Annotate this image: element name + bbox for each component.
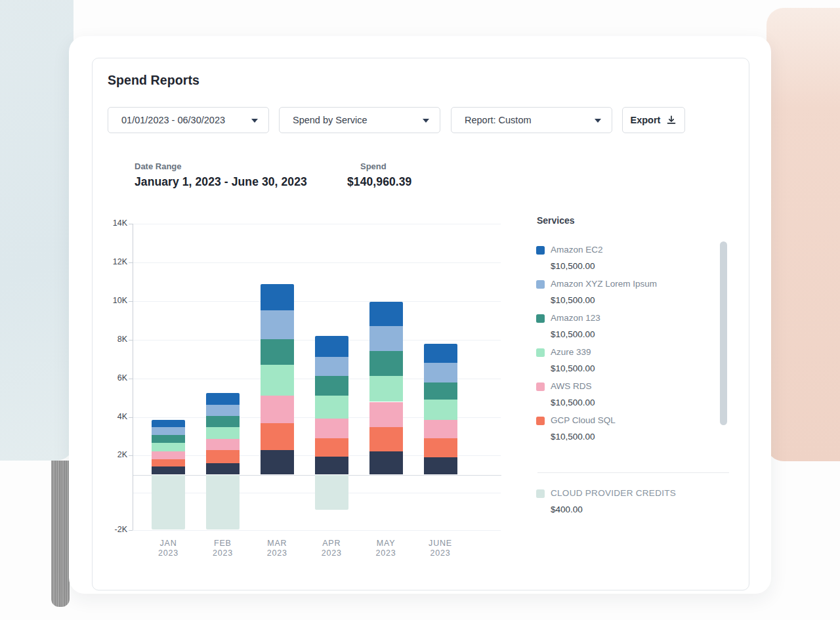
y-axis-label: 10K bbox=[100, 296, 127, 305]
bar-segment bbox=[424, 438, 457, 457]
bar-segment bbox=[152, 427, 185, 435]
gridline bbox=[133, 224, 501, 224]
x-axis-label: MAY2023 bbox=[356, 539, 415, 558]
bar-segment bbox=[261, 423, 294, 450]
date-range-select[interactable]: 01/01/2023 - 06/30/2023 bbox=[108, 107, 269, 133]
y-axis-label: 14K bbox=[100, 218, 127, 228]
bar-segment bbox=[424, 400, 457, 420]
x-axis-label: JAN2023 bbox=[139, 539, 198, 558]
bar-segment bbox=[261, 450, 294, 475]
legend-item-name: Amazon EC2 bbox=[551, 245, 603, 255]
screen: Spend Reports 01/01/2023 - 06/30/2023 Sp… bbox=[0, 0, 840, 620]
bar-segment bbox=[261, 396, 294, 424]
date-range-label: Date Range bbox=[135, 161, 182, 171]
credit-bar-segment bbox=[206, 475, 240, 530]
bar-segment bbox=[261, 310, 294, 339]
y-axis-label: 6K bbox=[100, 373, 127, 382]
y-axis-label: -2K bbox=[100, 525, 127, 534]
bar-segment bbox=[315, 357, 348, 376]
chevron-down-icon bbox=[423, 119, 429, 123]
legend-item-amount: $10,500.00 bbox=[551, 261, 720, 272]
legend-item[interactable]: Amazon 123$10,500.00 bbox=[536, 313, 720, 340]
bar-segment bbox=[152, 443, 185, 451]
legend-swatch bbox=[536, 382, 545, 391]
y-axis-label: 12K bbox=[100, 257, 127, 266]
bar-segment bbox=[424, 344, 457, 362]
credits-legend-item[interactable]: CLOUD PROVIDER CREDITS $400.00 bbox=[536, 488, 726, 515]
bar-segment bbox=[206, 427, 240, 439]
legend-scrollbar[interactable] bbox=[720, 241, 727, 425]
report-select[interactable]: Report: Custom bbox=[451, 107, 612, 133]
bar-segment bbox=[315, 457, 348, 475]
download-icon bbox=[666, 115, 677, 125]
main-card: Spend Reports 01/01/2023 - 06/30/2023 Sp… bbox=[69, 36, 771, 594]
bar-segment bbox=[315, 376, 348, 396]
legend-item-amount: $10,500.00 bbox=[551, 432, 720, 442]
export-button[interactable]: Export bbox=[622, 107, 685, 133]
bar-segment bbox=[369, 451, 403, 474]
bar-segment bbox=[206, 463, 240, 475]
legend-item-amount: $10,500.00 bbox=[551, 398, 720, 408]
legend-item-name: Amazon 123 bbox=[551, 313, 600, 323]
gridline bbox=[133, 262, 501, 263]
bar-segment bbox=[315, 336, 348, 357]
legend-item[interactable]: Amazon XYZ Lorem Ipsum$10,500.00 bbox=[536, 279, 720, 306]
bar-segment bbox=[315, 438, 348, 457]
legend-item[interactable]: AWS RDS$10,500.00 bbox=[536, 381, 720, 408]
x-axis-label: JUNE2023 bbox=[411, 539, 470, 558]
bar-segment bbox=[424, 457, 457, 475]
legend-item-name: Azure 339 bbox=[551, 347, 591, 358]
bar-segment bbox=[261, 284, 294, 310]
legend-item-name: GCP Cloud SQL bbox=[551, 415, 616, 426]
legend-item[interactable]: Amazon EC2$10,500.00 bbox=[536, 245, 720, 272]
export-button-label: Export bbox=[631, 115, 661, 125]
legend-swatch bbox=[536, 348, 545, 357]
services-heading: Services bbox=[537, 215, 575, 226]
bar-segment bbox=[206, 405, 240, 416]
bar-segment bbox=[369, 351, 403, 375]
bar-segment bbox=[261, 339, 294, 365]
background-card-left bbox=[0, 0, 74, 461]
bar-segment bbox=[152, 420, 185, 427]
y-axis-label: 4K bbox=[100, 412, 127, 421]
x-axis-label: MAR2023 bbox=[247, 539, 306, 558]
bar-segment bbox=[424, 420, 457, 438]
legend-item[interactable]: Azure 339$10,500.00 bbox=[536, 347, 720, 374]
bar-segment bbox=[369, 376, 403, 402]
bar-segment bbox=[315, 419, 348, 438]
credit-bar-segment bbox=[315, 475, 348, 510]
spend-label: Spend bbox=[360, 161, 387, 171]
bar-segment bbox=[424, 382, 457, 400]
legend-item-amount: $10,500.00 bbox=[551, 363, 720, 374]
credit-bar-segment bbox=[152, 475, 185, 530]
bar-segment bbox=[424, 363, 457, 382]
y-axis-label: 2K bbox=[100, 450, 127, 459]
legend-item-name: Amazon XYZ Lorem Ipsum bbox=[551, 279, 657, 289]
bar-segment bbox=[206, 439, 240, 450]
legend-item-amount: $10,500.00 bbox=[551, 295, 720, 306]
y-axis-label: 8K bbox=[100, 335, 127, 344]
bar-segment bbox=[152, 451, 185, 459]
legend-divider bbox=[537, 472, 729, 473]
spend-reports-panel: Spend Reports 01/01/2023 - 06/30/2023 Sp… bbox=[92, 58, 749, 590]
bar-segment bbox=[206, 393, 240, 405]
view-select-value: Spend by Service bbox=[293, 115, 368, 125]
legend-swatch bbox=[536, 246, 545, 255]
legend-item[interactable]: GCP Cloud SQL$10,500.00 bbox=[536, 415, 720, 442]
bar-segment bbox=[206, 416, 240, 427]
bar-segment bbox=[315, 396, 348, 419]
credits-amount: $400.00 bbox=[551, 505, 726, 515]
x-axis-label: FEB2023 bbox=[193, 539, 252, 558]
legend-swatch bbox=[536, 314, 545, 323]
chevron-down-icon bbox=[595, 119, 601, 123]
chevron-down-icon bbox=[251, 119, 258, 123]
bar-segment bbox=[369, 326, 403, 352]
view-select[interactable]: Spend by Service bbox=[279, 107, 440, 133]
bar-segment bbox=[369, 402, 403, 428]
page-title: Spend Reports bbox=[108, 73, 200, 88]
background-stack-edge bbox=[51, 461, 70, 607]
x-axis-label: APR2023 bbox=[302, 539, 361, 558]
legend-swatch bbox=[536, 417, 545, 425]
spend-value: $140,960.39 bbox=[347, 175, 411, 189]
bar-segment bbox=[369, 427, 403, 451]
